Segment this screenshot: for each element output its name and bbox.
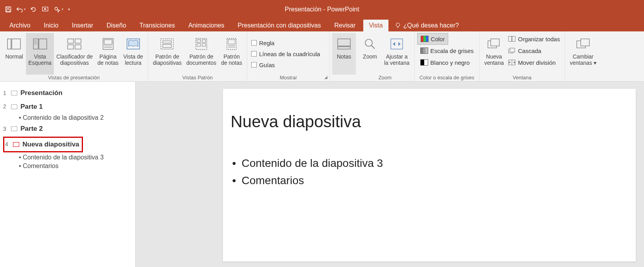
notes-page-icon [99, 35, 118, 53]
arrange-all-icon [508, 36, 515, 42]
redo-button[interactable] [28, 4, 39, 15]
ruler-checkbox[interactable]: Regla [250, 37, 276, 48]
notes-toggle-button[interactable]: Notas [332, 33, 356, 75]
svg-rect-22 [202, 40, 206, 42]
slide-canvas-area[interactable]: Nueva diapositiva Contenido de la diapos… [136, 82, 644, 267]
reading-view-button[interactable]: Vista de lectura [121, 33, 145, 75]
outline-slide-2[interactable]: 2 Parte 1 [3, 100, 132, 114]
grayscale-swatch-icon [420, 48, 428, 54]
touch-mouse-mode-button[interactable]: ▾ [53, 4, 64, 15]
group-color-escala: Color Escala de grises Blanco y negro Co… [415, 31, 480, 81]
svg-rect-10 [68, 39, 74, 43]
tab-transiciones[interactable]: Transiciones [134, 20, 180, 31]
outline-body[interactable]: • Contenido de la diapositiva 3 [19, 153, 132, 162]
slide-master-button[interactable]: Patrón de diapositivas [151, 33, 184, 75]
move-split-button[interactable]: Mover división [506, 57, 562, 68]
zoom-button[interactable]: Zoom [358, 33, 382, 75]
svg-rect-36 [510, 48, 515, 52]
svg-point-29 [365, 39, 372, 46]
outline-selected-slide[interactable]: 4 Nueva diapositiva [3, 137, 83, 153]
tell-me-search[interactable]: ¿Qué desea hacer? [391, 20, 463, 31]
bw-swatch-icon [420, 59, 428, 66]
group-label: Vistas de presentación [2, 75, 145, 81]
group-label: Color o escala de grises [417, 75, 477, 81]
gridlines-checkbox[interactable]: Líneas de la cuadrícula [250, 48, 322, 59]
save-button[interactable] [3, 4, 13, 15]
grayscale-mode-button[interactable]: Escala de grises [417, 45, 477, 57]
svg-rect-6 [7, 39, 11, 49]
slide-bullet[interactable]: Comentarios [231, 172, 628, 189]
blackwhite-mode-button[interactable]: Blanco y negro [417, 57, 473, 68]
group-label: Mostrar [250, 75, 327, 81]
outline-view-icon [31, 35, 50, 53]
switch-windows-button[interactable]: Cambiar ventanas ▾ [567, 33, 599, 75]
svg-rect-27 [338, 39, 350, 46]
window-title: Presentación - PowerPoint [285, 6, 359, 13]
group-notas: Notas [330, 31, 356, 81]
switch-windows-icon [574, 35, 592, 53]
checkbox-icon [251, 62, 257, 68]
outline-slide-3[interactable]: 3 Parte 2 [3, 122, 132, 136]
notes-icon [335, 35, 353, 53]
tab-inicio[interactable]: Inicio [38, 20, 64, 31]
outline-body[interactable]: • Comentarios [19, 162, 132, 170]
new-window-button[interactable]: Nueva ventana [482, 33, 506, 75]
cascade-button[interactable]: Cascada [506, 45, 562, 57]
handout-master-icon [192, 35, 211, 53]
slide-canvas[interactable]: Nueva diapositiva Contenido de la diapos… [223, 89, 636, 262]
outline-body[interactable]: • Contenido de la diapositiva 2 [19, 113, 132, 122]
svg-rect-11 [75, 39, 81, 43]
qat-customize-button[interactable]: ▾ [66, 4, 72, 15]
guides-checkbox[interactable]: Guías [250, 59, 276, 70]
chevron-down-icon: ▾ [594, 60, 596, 66]
tab-vista[interactable]: Vista [363, 20, 388, 31]
tell-me-label: ¿Qué desea hacer? [403, 22, 459, 29]
svg-rect-32 [491, 39, 499, 46]
notes-page-button[interactable]: Página de notas [95, 33, 121, 75]
outline-slide-4[interactable]: 4 Nueva diapositiva [3, 136, 132, 154]
normal-view-button[interactable]: Normal [2, 33, 26, 75]
new-window-icon [485, 35, 504, 53]
color-mode-button[interactable]: Color [417, 33, 449, 45]
svg-point-5 [396, 23, 399, 27]
tab-animaciones[interactable]: Animaciones [183, 20, 230, 31]
outline-slide-1[interactable]: 1 Presentación [3, 86, 132, 100]
move-split-icon [508, 60, 515, 65]
handout-master-button[interactable]: Patrón de documentos [184, 33, 219, 75]
svg-rect-30 [391, 39, 403, 49]
slide-bullet[interactable]: Contenido de la diapositiva 3 [231, 155, 628, 172]
slide-sorter-button[interactable]: Clasificador de diapositivas [54, 33, 95, 75]
fit-to-window-button[interactable]: Ajustar a la ventana [382, 33, 412, 75]
checkbox-icon [251, 51, 257, 57]
arrange-all-button[interactable]: Organizar todas [506, 33, 562, 45]
svg-rect-34 [512, 37, 515, 42]
group-label: Zoom [358, 75, 412, 81]
touch-dropdown-icon[interactable]: ▾ [62, 7, 63, 11]
tab-presentacion[interactable]: Presentación con diapositivas [232, 20, 327, 31]
notes-master-button[interactable]: Patrón de notas [219, 33, 245, 75]
lightbulb-icon [395, 22, 401, 29]
tab-archivo[interactable]: Archivo [4, 20, 36, 31]
tab-diseno[interactable]: Diseño [101, 20, 132, 31]
color-swatch-icon [421, 36, 429, 42]
slide-body[interactable]: Contenido de la diapositiva 3 Comentario… [231, 155, 628, 189]
undo-button[interactable]: ▾ [16, 4, 26, 15]
cascade-icon [508, 48, 515, 53]
svg-rect-7 [12, 39, 20, 49]
tab-insertar[interactable]: Insertar [66, 20, 99, 31]
svg-rect-28 [338, 47, 350, 49]
undo-dropdown-icon[interactable]: ▾ [24, 7, 26, 11]
svg-rect-21 [197, 40, 201, 42]
start-slideshow-button[interactable] [41, 4, 51, 15]
mostrar-dialog-launcher[interactable]: ◢ [323, 75, 329, 80]
svg-rect-19 [163, 44, 171, 48]
group-label: Vistas Patrón [151, 75, 245, 81]
tab-revisar[interactable]: Revisar [329, 20, 361, 31]
svg-rect-13 [75, 45, 81, 49]
outline-view-button[interactable]: Vista Esquema [26, 33, 54, 75]
slide-title[interactable]: Nueva diapositiva [231, 112, 628, 131]
outline-pane[interactable]: 1 Presentación 2 Parte 1 • Contenido de … [0, 82, 136, 267]
svg-rect-26 [228, 40, 235, 44]
slide-thumb-icon [11, 126, 17, 131]
svg-rect-33 [509, 37, 512, 42]
